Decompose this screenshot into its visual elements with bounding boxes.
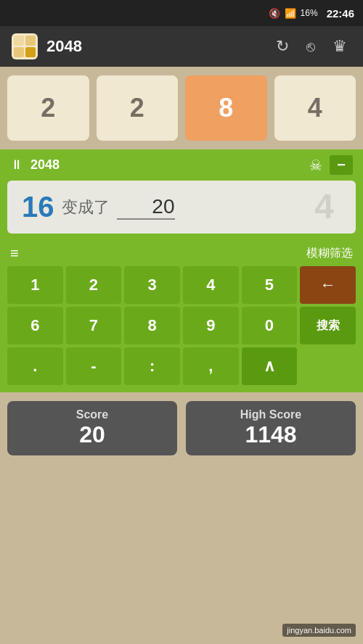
- tiles-row: 2 2 8 4: [0, 67, 363, 149]
- list-icon[interactable]: ≡: [10, 245, 19, 262]
- app-logo: [12, 33, 38, 59]
- background-number: 4: [314, 186, 334, 226]
- score-label: Score: [76, 408, 108, 421]
- expression-input[interactable]: [117, 195, 175, 220]
- keypad-area: ≡ 模糊筛选 1 2 3 4 5 ← 6 7 8 9 0 搜索 . - : , …: [0, 241, 363, 392]
- key-3[interactable]: 3: [124, 266, 180, 304]
- game-panel: ⏸ 2048 ☠ − 16 变成了 4 ≡ 模糊筛选 1 2 3 4 5 ← 6…: [0, 149, 363, 392]
- panel-header: ⏸ 2048 ☠ −: [0, 149, 363, 181]
- keypad-grid: 1 2 3 4 5 ← 6 7 8 9 0 搜索 . - : , ∧: [7, 266, 356, 385]
- score-box: Score 20: [7, 401, 177, 455]
- tile-1: 2: [97, 75, 179, 141]
- high-score-box: High Score 1148: [186, 401, 356, 455]
- tile-2: 8: [185, 75, 267, 141]
- key-7[interactable]: 7: [66, 307, 122, 344]
- high-score-value: 1148: [245, 421, 296, 448]
- key-colon[interactable]: :: [124, 347, 180, 385]
- baidu-watermark: jingyan.baidu.com: [282, 624, 356, 637]
- key-9[interactable]: 9: [183, 307, 239, 344]
- filter-text: 模糊筛选: [306, 246, 353, 261]
- key-dot[interactable]: .: [7, 347, 63, 385]
- clock: 22:46: [327, 7, 354, 20]
- backspace-button[interactable]: ←: [300, 266, 356, 304]
- tile-0: 2: [7, 75, 89, 141]
- key-comma[interactable]: ,: [183, 347, 239, 385]
- key-6[interactable]: 6: [7, 307, 63, 344]
- key-0[interactable]: 0: [242, 307, 298, 344]
- battery-indicator: 16%: [301, 8, 318, 18]
- key-4[interactable]: 4: [183, 266, 239, 304]
- logo-cell-3: [14, 47, 24, 57]
- refresh-button[interactable]: ↻: [272, 33, 293, 60]
- expression-number: 16: [22, 191, 54, 223]
- panel-title: 2048: [30, 157, 302, 173]
- key-2[interactable]: 2: [66, 266, 122, 304]
- signal-icon: 📶: [285, 8, 296, 19]
- logo-cell-1: [14, 36, 24, 46]
- minimize-button[interactable]: −: [330, 155, 353, 175]
- key-5[interactable]: 5: [242, 266, 298, 304]
- key-8[interactable]: 8: [124, 307, 180, 344]
- key-empty: [300, 347, 356, 385]
- score-area: Score 20 High Score 1148: [0, 392, 363, 464]
- logo-cell-2: [25, 36, 36, 46]
- pause-button[interactable]: ⏸: [10, 157, 23, 173]
- expression-text: 变成了: [62, 197, 110, 218]
- share-button[interactable]: ⎋: [302, 34, 319, 59]
- status-bar: 🔇 📶 16% 22:46: [0, 0, 363, 26]
- up-button[interactable]: ∧: [242, 347, 298, 385]
- high-score-label: High Score: [240, 408, 301, 421]
- status-icons: 🔇 📶 16% 22:46: [269, 7, 354, 20]
- score-value: 20: [79, 421, 105, 448]
- crown-button[interactable]: ♛: [328, 33, 351, 60]
- app-title: 2048: [46, 37, 263, 56]
- keypad-toolbar: ≡ 模糊筛选: [7, 241, 356, 266]
- logo-cell-4: [25, 47, 36, 57]
- mute-icon: 🔇: [269, 8, 280, 19]
- key-1[interactable]: 1: [7, 266, 63, 304]
- skull-button[interactable]: ☠: [309, 157, 322, 174]
- app-toolbar: 2048 ↻ ⎋ ♛: [0, 26, 363, 67]
- search-button[interactable]: 搜索: [300, 307, 356, 344]
- expression-area: 16 变成了 4: [7, 181, 356, 234]
- key-minus[interactable]: -: [66, 347, 122, 385]
- tile-3: 4: [274, 75, 356, 141]
